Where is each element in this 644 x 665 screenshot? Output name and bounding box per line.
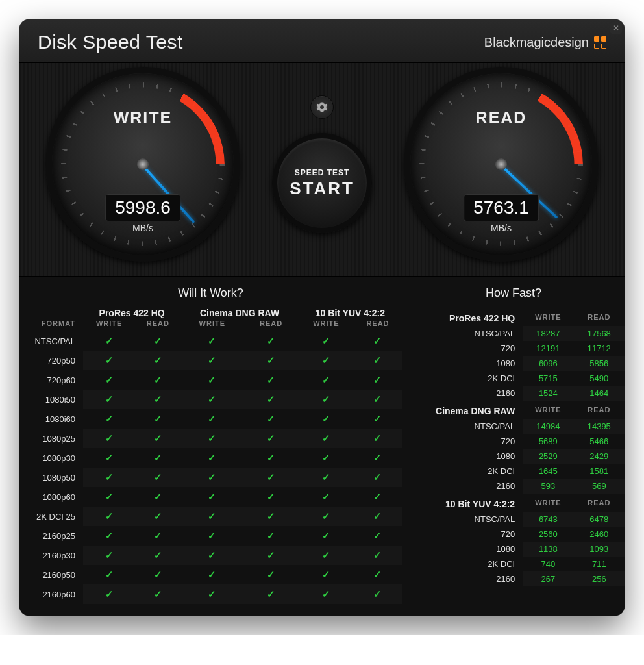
wiw-cell: ✓ <box>135 390 180 409</box>
check-icon: ✓ <box>154 374 162 385</box>
write-gauge-label: WRITE <box>52 108 234 127</box>
wiw-format-label: 2160p60 <box>19 584 83 604</box>
wiw-cell: ✓ <box>243 429 298 448</box>
check-icon: ✓ <box>208 335 216 346</box>
wiw-cell: ✓ <box>180 584 243 604</box>
check-icon: ✓ <box>322 452 330 463</box>
check-icon: ✓ <box>208 569 216 580</box>
read-gauge-label: READ <box>410 108 592 127</box>
wiw-cell: ✓ <box>180 468 243 487</box>
wiw-cell: ✓ <box>135 526 180 546</box>
check-icon: ✓ <box>105 549 114 560</box>
check-icon: ✓ <box>154 413 162 424</box>
wiw-format-label: 1080p60 <box>19 487 83 507</box>
write-gauge: WRITE 5998.6 MB/s <box>45 67 240 262</box>
howfast-format-label: 720 <box>402 527 523 542</box>
check-icon: ✓ <box>267 588 275 599</box>
check-icon: ✓ <box>154 471 162 483</box>
howfast-read-value: 11712 <box>574 341 625 356</box>
check-icon: ✓ <box>154 355 162 366</box>
howfast-write-value: 18287 <box>523 326 573 341</box>
howfast-read-value: 6478 <box>574 512 625 527</box>
wiw-cell: ✓ <box>299 448 354 468</box>
start-button[interactable]: SPEED TEST START <box>272 133 372 233</box>
check-icon: ✓ <box>373 530 382 541</box>
check-icon: ✓ <box>322 588 330 599</box>
check-icon: ✓ <box>322 355 330 366</box>
check-icon: ✓ <box>373 491 382 502</box>
check-icon: ✓ <box>208 491 216 502</box>
check-icon: ✓ <box>267 355 275 366</box>
howfast-format-label: 2K DCI <box>402 557 523 571</box>
results-panels: Will It Work? ProRes 422 HQCinema DNG RA… <box>19 277 625 616</box>
wiw-codec-header: Cinema DNG RAW <box>180 308 298 320</box>
wiw-cell: ✓ <box>135 351 180 370</box>
check-icon: ✓ <box>208 355 216 366</box>
check-icon: ✓ <box>208 471 216 483</box>
table-row: 72056895466 <box>402 434 625 449</box>
check-icon: ✓ <box>154 569 162 580</box>
wiw-cell: ✓ <box>135 409 180 429</box>
howfast-title: How Fast? <box>402 286 625 300</box>
wiw-format-label: 720p60 <box>19 370 83 390</box>
howfast-read-value: 5856 <box>574 356 625 371</box>
wiw-cell: ✓ <box>299 507 354 526</box>
gear-icon <box>316 101 328 113</box>
wiw-cell: ✓ <box>299 526 354 546</box>
wiw-format-label: NTSC/PAL <box>19 331 83 351</box>
write-unit: MB/s <box>105 223 180 233</box>
check-icon: ✓ <box>373 394 382 405</box>
wiw-cell: ✓ <box>180 429 243 448</box>
check-icon: ✓ <box>373 452 382 463</box>
check-icon: ✓ <box>322 374 330 385</box>
wiw-cell: ✓ <box>243 546 298 565</box>
check-icon: ✓ <box>373 510 382 521</box>
howfast-read-value: 2460 <box>574 527 625 542</box>
howfast-write-value: 1138 <box>523 542 573 557</box>
howfast-write-value: 14984 <box>523 419 573 434</box>
wiw-cell: ✓ <box>354 390 402 409</box>
check-icon: ✓ <box>267 413 275 424</box>
wiw-format-header: FORMAT <box>19 320 83 331</box>
wiw-cell: ✓ <box>180 487 243 507</box>
wiw-cell: ✓ <box>180 409 243 429</box>
start-button-label: START <box>290 179 354 199</box>
wiw-cell: ✓ <box>354 448 402 468</box>
check-icon: ✓ <box>105 394 114 405</box>
wiw-cell: ✓ <box>354 584 402 604</box>
wiw-cell: ✓ <box>299 370 354 390</box>
check-icon: ✓ <box>267 374 275 385</box>
wiw-cell: ✓ <box>354 546 402 565</box>
wiw-cell: ✓ <box>354 370 402 390</box>
settings-button[interactable] <box>310 95 334 119</box>
table-row: 1080i50✓✓✓✓✓✓ <box>19 390 402 409</box>
close-button[interactable]: ✕ <box>610 22 622 34</box>
check-icon: ✓ <box>105 355 114 366</box>
brand-logo: Blackmagicdesign <box>484 35 606 50</box>
howfast-read-value: 569 <box>574 479 625 494</box>
wiw-format-label: 2160p30 <box>19 546 83 565</box>
check-icon: ✓ <box>373 355 382 366</box>
wiw-cell: ✓ <box>83 584 135 604</box>
read-value: 5763.1 <box>464 194 539 221</box>
check-icon: ✓ <box>373 374 382 385</box>
wiw-cell: ✓ <box>83 390 135 409</box>
wiw-cell: ✓ <box>243 487 298 507</box>
check-icon: ✓ <box>322 569 330 580</box>
howfast-format-label: NTSC/PAL <box>402 419 523 434</box>
check-icon: ✓ <box>154 452 162 463</box>
howfast-write-value: 5715 <box>523 371 573 386</box>
wiw-format-label: 2160p50 <box>19 565 83 584</box>
check-icon: ✓ <box>373 569 382 580</box>
howfast-format-label: 2K DCI <box>402 464 523 479</box>
wiw-cell: ✓ <box>299 565 354 584</box>
howfast-write-value: 593 <box>523 479 573 494</box>
wiw-cell: ✓ <box>135 468 180 487</box>
wiw-cell: ✓ <box>83 351 135 370</box>
gauge-panel: WRITE 5998.6 MB/s SPEED TEST START <box>19 62 625 277</box>
wiw-cell: ✓ <box>180 526 243 546</box>
wiw-cell: ✓ <box>180 448 243 468</box>
wiw-cell: ✓ <box>299 409 354 429</box>
wiw-cell: ✓ <box>180 351 243 370</box>
howfast-format-label: 720 <box>402 434 523 449</box>
